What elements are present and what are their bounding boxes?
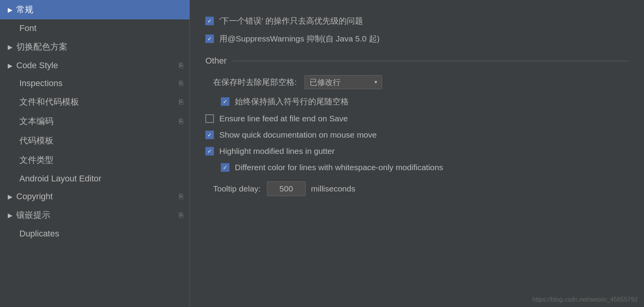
sidebar-item-qiehuan[interactable]: ▶切换配色方案	[0, 37, 189, 57]
sidebar-label-inspections: Inspections	[19, 78, 62, 88]
sidebar-item-font[interactable]: Font	[0, 19, 189, 37]
arrow-icon-qianruitishi: ▶	[8, 212, 12, 219]
checkbox-highlight[interactable]	[205, 147, 214, 155]
checkbox-label-showquick: Show quick documentation on mouse move	[219, 130, 377, 140]
sidebar-label-daima: 代码模板	[19, 135, 53, 147]
sidebar-label-codestyle: Code Style	[16, 60, 58, 71]
checkbox-row-suppress: 用@SuppressWarnings 抑制(自 Java 5.0 起)	[205, 33, 629, 44]
sidebar-item-daima[interactable]: 代码模板	[0, 131, 189, 150]
copy-icon-wenbenbianhao: ⎘	[179, 117, 183, 126]
content-inner: '下一个错误' 的操作只去高优先级的问题用@SuppressWarnings 抑…	[190, 0, 644, 212]
checkbox-row-differentcolor: Different color for lines with whitespac…	[205, 163, 629, 172]
checkbox-label-differentcolor: Different color for lines with whitespac…	[235, 163, 443, 172]
section-divider	[233, 61, 629, 61]
sidebar-item-codestyle[interactable]: ▶Code Style⎘	[0, 57, 189, 74]
copy-icon-wenjianmudai: ⎘	[179, 98, 183, 106]
sidebar-item-changgui[interactable]: ▶常规	[0, 0, 189, 19]
trailing-spaces-select-wrapper: 已修改行全部行无	[305, 75, 382, 89]
checkbox-label-suppress: 用@SuppressWarnings 抑制(自 Java 5.0 起)	[219, 33, 380, 44]
checkbox-row-nexterror: '下一个错误' 的操作只去高优先级的问题	[205, 16, 629, 26]
checkbox-label-highlight: Highlight modified lines in gutter	[219, 147, 335, 156]
arrow-icon-changgui: ▶	[8, 6, 12, 14]
checkbox-suppress[interactable]	[205, 34, 214, 43]
checkbox-label-keeptrailing: 始终保持插入符号行的尾随空格	[235, 96, 349, 107]
checkbox-row-ensurelinefeed: Ensure line feed at file end on Save	[205, 114, 629, 123]
sidebar-label-qianruitishi: 镶嵌提示	[16, 209, 50, 221]
sidebar-label-font: Font	[19, 23, 36, 33]
sidebar-item-qianruitishi[interactable]: ▶镶嵌提示⎘	[0, 205, 189, 225]
tooltip-delay-unit: milliseconds	[311, 184, 355, 193]
sidebar-item-duplicates[interactable]: Duplicates	[0, 225, 189, 243]
checkbox-differentcolor[interactable]	[221, 163, 229, 172]
tooltip-delay-row: Tooltip delay: 500 milliseconds	[205, 181, 629, 196]
sidebar: ▶常规Font▶切换配色方案▶Code Style⎘Inspections⎘文件…	[0, 0, 190, 307]
sidebar-label-androidlayout: Android Layout Editor	[19, 174, 102, 184]
checkbox-keeptrailing[interactable]	[221, 97, 229, 106]
top-section: '下一个错误' 的操作只去高优先级的问题用@SuppressWarnings 抑…	[205, 8, 629, 44]
checkbox-row-showquick: Show quick documentation on mouse move	[205, 130, 629, 140]
arrow-icon-copyright: ▶	[8, 193, 12, 200]
trailing-spaces-label: 在保存时去除尾部空格:	[213, 77, 297, 88]
arrow-icon-codestyle: ▶	[8, 62, 12, 69]
copy-icon-copyright: ⎘	[179, 193, 183, 201]
tooltip-delay-label: Tooltip delay:	[213, 184, 261, 193]
sidebar-item-inspections[interactable]: Inspections⎘	[0, 74, 189, 92]
sidebar-label-copyright: Copyright	[16, 191, 53, 202]
copy-icon-qianruitishi: ⎘	[179, 211, 183, 219]
sidebar-item-wenjianleixing[interactable]: 文件类型	[0, 150, 189, 170]
checkbox-row-keeptrailing: 始终保持插入符号行的尾随空格	[205, 96, 629, 107]
sidebar-label-changgui: 常规	[16, 4, 33, 16]
checkbox-nexterror[interactable]	[205, 17, 214, 25]
sidebar-label-qiehuan: 切换配色方案	[16, 41, 67, 53]
copy-icon-codestyle: ⎘	[179, 62, 183, 70]
section-other-header: Other	[205, 56, 629, 66]
sidebar-label-wenbenbianhao: 文本编码	[19, 116, 53, 127]
main-content: '下一个错误' 的操作只去高优先级的问题用@SuppressWarnings 抑…	[190, 0, 644, 307]
watermark: https://blog.csdn.net/weixin_45655792	[532, 296, 638, 303]
checkbox-label-ensurelinefeed: Ensure line feed at file end on Save	[219, 114, 348, 123]
sidebar-item-copyright[interactable]: ▶Copyright⎘	[0, 188, 189, 205]
sidebar-item-wenjianmudai[interactable]: 文件和代码模板⎘	[0, 92, 189, 112]
section-other-label: Other	[205, 56, 227, 66]
sidebar-label-wenjianleixing: 文件类型	[19, 154, 53, 166]
trailing-spaces-row: 在保存时去除尾部空格: 已修改行全部行无	[205, 75, 629, 89]
sidebar-item-androidlayout[interactable]: Android Layout Editor	[0, 170, 189, 188]
sidebar-label-wenjianmudai: 文件和代码模板	[19, 96, 79, 108]
sidebar-label-duplicates: Duplicates	[19, 229, 59, 239]
trailing-spaces-select[interactable]: 已修改行全部行无	[305, 75, 382, 89]
arrow-icon-qiehuan: ▶	[8, 43, 12, 51]
tooltip-delay-input[interactable]: 500	[267, 181, 306, 196]
checkbox-ensurelinefeed[interactable]	[205, 114, 214, 123]
sidebar-item-wenbenbianhao[interactable]: 文本编码⎘	[0, 112, 189, 131]
checkbox-row-highlight: Highlight modified lines in gutter	[205, 147, 629, 156]
copy-icon-inspections: ⎘	[179, 79, 183, 88]
checkbox-label-nexterror: '下一个错误' 的操作只去高优先级的问题	[219, 16, 363, 26]
checkbox-showquick[interactable]	[205, 131, 214, 139]
